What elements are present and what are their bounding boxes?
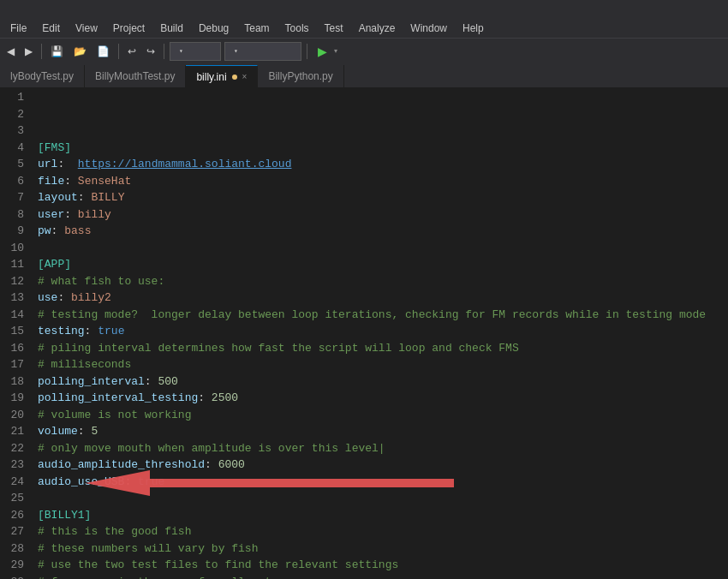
tab-tab2[interactable]: BillyMouthTest.py [85, 65, 186, 87]
tab-modified-dot-tab3 [232, 75, 237, 80]
menu-item-test[interactable]: Test [318, 21, 350, 36]
line-number-24: 24 [7, 474, 24, 491]
menu-item-project[interactable]: Project [106, 21, 152, 36]
line-number-30: 30 [7, 574, 24, 580]
title-bar [0, 0, 728, 19]
code-line-25: # this is the good fish [34, 523, 728, 540]
tab-label-tab2: BillyMouthTest.py [95, 70, 175, 82]
line-number-10: 10 [7, 240, 24, 257]
open-button[interactable]: 📂 [70, 44, 90, 59]
debug-dropdown-arrow: ▾ [179, 47, 183, 55]
line-number-13: 13 [7, 290, 24, 307]
code-line-20: # only move mouth when amplitude is over… [34, 440, 728, 457]
tab-tab1[interactable]: lyBodyTest.py [0, 65, 85, 87]
code-line-28: # frequency is the same for all motors [34, 574, 728, 580]
toolbar: ◀ ▶ 💾 📂 📄 ↩ ↪ ▾ ▾ ▶ ▾ [0, 38, 728, 63]
code-line-14: # piling interval determines how fast th… [34, 340, 728, 357]
menu-item-help[interactable]: Help [456, 21, 491, 36]
line-number-11: 11 [7, 256, 24, 273]
tab-label-tab4: BillyPython.py [268, 70, 332, 82]
code-line-23 [34, 490, 728, 507]
line-number-14: 14 [7, 307, 24, 324]
code-line-16: polling_interval: 500 [34, 373, 728, 391]
line-number-5: 5 [7, 156, 24, 173]
code-line-18: # volume is not working [34, 407, 728, 424]
toolbar-sep-1 [41, 44, 42, 59]
toolbar-sep-3 [164, 44, 164, 59]
line-number-2: 2 [7, 106, 24, 123]
editor: 1234567891011121314151617181920212223242… [0, 87, 728, 579]
cpu-dropdown-arrow: ▾ [234, 47, 238, 55]
code-line-4: file: SenseHat [34, 173, 728, 190]
line-number-17: 17 [7, 356, 24, 373]
code-line-24: [BILLY1] [34, 507, 728, 524]
code-line-6: user: billy [34, 206, 728, 224]
code-line-13: testing: true [34, 323, 728, 340]
line-number-27: 27 [7, 523, 24, 540]
debug-dropdown[interactable]: ▾ [170, 42, 221, 61]
tab-close-tab3[interactable]: × [242, 72, 248, 81]
line-number-25: 25 [7, 490, 24, 507]
line-number-19: 19 [7, 390, 24, 407]
menu-item-view[interactable]: View [69, 21, 104, 36]
cpu-dropdown[interactable]: ▾ [224, 42, 301, 61]
line-number-7: 7 [7, 189, 24, 206]
code-line-2: [FMS] [34, 140, 728, 157]
code-line-27: # use the two test files to find the rel… [34, 557, 728, 574]
line-number-15: 15 [7, 323, 24, 340]
new-button[interactable]: 📄 [93, 44, 113, 59]
code-line-3: url: https://landmammal.soliant.cloud [34, 156, 728, 173]
code-line-7: pw: bass [34, 223, 728, 240]
toolbar-sep-4 [307, 44, 307, 59]
forward-button[interactable]: ▶ [21, 44, 36, 59]
menu-item-team[interactable]: Team [237, 21, 276, 36]
code-line-15: # milliseconds [34, 356, 728, 373]
redo-button[interactable]: ↪ [143, 44, 158, 59]
code-line-10: # what fish to use: [34, 273, 728, 290]
save-button[interactable]: 💾 [47, 44, 67, 59]
line-number-6: 6 [7, 173, 24, 190]
line-number-16: 16 [7, 340, 24, 357]
code-line-26: # these numbers will vary by fish [34, 540, 728, 558]
line-number-20: 20 [7, 407, 24, 424]
line-number-9: 9 [7, 223, 24, 240]
code-line-1 [34, 122, 728, 140]
line-number-23: 23 [7, 457, 24, 474]
menu-bar: FileEditViewProjectBuildDebugTeamToolsTe… [0, 19, 728, 38]
run-button[interactable]: ▶ ▾ [313, 43, 343, 60]
tab-bar: lyBodyTest.pyBillyMouthTest.pybilly.ini×… [0, 63, 728, 87]
line-numbers: 1234567891011121314151617181920212223242… [0, 87, 34, 579]
tab-label-tab3: billy.ini [196, 71, 226, 83]
line-number-1: 1 [7, 89, 24, 106]
code-line-12: # testing mode? longer delay between loo… [34, 307, 728, 324]
menu-item-analyze[interactable]: Analyze [352, 21, 403, 36]
menu-item-build[interactable]: Build [153, 21, 190, 36]
code-line-11: use: billy2 [34, 290, 728, 307]
menu-item-edit[interactable]: Edit [35, 21, 67, 36]
code-content[interactable]: [FMS]url: https://landmammal.soliant.clo… [34, 87, 728, 579]
line-number-28: 28 [7, 540, 24, 558]
line-number-18: 18 [7, 373, 24, 391]
menu-item-tools[interactable]: Tools [278, 21, 316, 36]
menu-item-debug[interactable]: Debug [192, 21, 236, 36]
line-number-22: 22 [7, 440, 24, 457]
line-number-3: 3 [7, 122, 24, 140]
code-line-22: audio_use_USB: true [34, 474, 728, 491]
tab-tab4[interactable]: BillyPython.py [258, 65, 343, 87]
line-number-29: 29 [7, 557, 24, 574]
menu-item-file[interactable]: File [3, 21, 33, 36]
toolbar-sep-2 [118, 44, 119, 59]
menu-item-window[interactable]: Window [403, 21, 454, 36]
tab-tab3[interactable]: billy.ini× [186, 65, 258, 87]
code-line-5: layout: BILLY [34, 189, 728, 206]
line-number-8: 8 [7, 206, 24, 224]
line-number-21: 21 [7, 423, 24, 440]
code-line-21: audio_amplitude_threshold: 6000 [34, 457, 728, 474]
line-number-4: 4 [7, 140, 24, 157]
code-line-19: volume: 5 [34, 423, 728, 440]
code-line-17: polling_interval_testing: 2500 [34, 390, 728, 407]
line-number-12: 12 [7, 273, 24, 290]
code-line-9: [APP] [34, 256, 728, 273]
undo-button[interactable]: ↩ [124, 44, 140, 59]
back-button[interactable]: ◀ [3, 44, 18, 59]
